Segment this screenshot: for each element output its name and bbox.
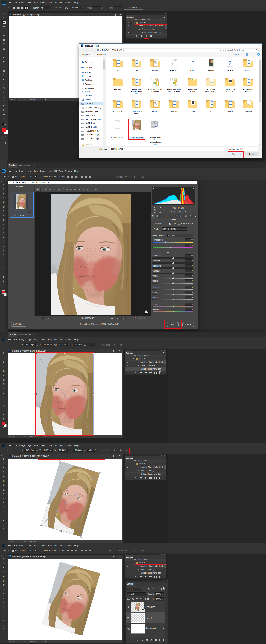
- svg-text:KE: KE: [192, 61, 193, 62]
- svg-text:LUG: LUG: [230, 80, 232, 82]
- svg-text:?: ?: [228, 60, 232, 66]
- svg-text:SHDO: SHDO: [173, 61, 176, 62]
- svg-text:KMZ: KMZ: [192, 103, 194, 104]
- svg-text:OCR: OCR: [173, 60, 176, 61]
